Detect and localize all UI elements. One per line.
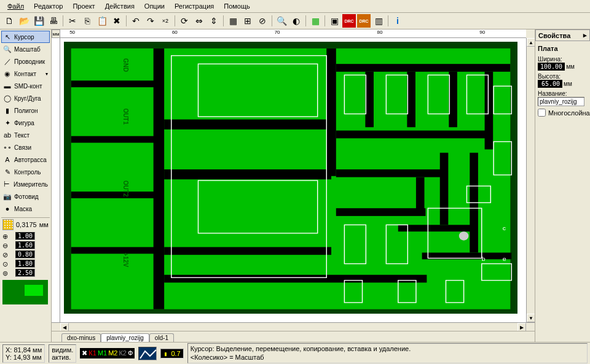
remove-conn-icon[interactable]: ⊘ [256, 14, 269, 28]
menu-help[interactable]: Помощь [219, 1, 255, 11]
svg-rect-6 [164, 247, 331, 255]
tool-контакт[interactable]: ◉Контакт▾ [1, 68, 50, 80]
param-2[interactable]: ⊘0.80 [1, 250, 50, 259]
param-1[interactable]: ⊖1.60 [1, 241, 50, 250]
zoom-icon[interactable]: 🔍 [275, 14, 288, 28]
multilayer-checkbox[interactable] [538, 109, 546, 117]
redo-icon[interactable]: ↷ [144, 14, 157, 28]
param-icon: ⊕ [2, 233, 14, 240]
tool-icon: ◉ [3, 69, 12, 78]
tool-курсор[interactable]: ↖Курсор [1, 31, 50, 43]
tab-dxo-minus[interactable]: dxo-minus [61, 333, 101, 342]
param-icon: ⊘ [2, 251, 14, 258]
width-value[interactable]: 100.00 [538, 63, 565, 71]
svg-rect-11 [407, 72, 415, 127]
svg-point-50 [459, 231, 469, 240]
tool-label: Проводник [14, 58, 45, 65]
svg-rect-4 [164, 120, 331, 130]
info-icon[interactable]: i [391, 14, 404, 28]
copy-icon[interactable]: ⎘ [81, 14, 94, 28]
rotate-icon[interactable]: ⟳ [178, 14, 191, 28]
svg-rect-7 [164, 275, 427, 283]
tool-label: Масштаб [14, 46, 41, 53]
tab-old1[interactable]: old-1 [149, 333, 174, 342]
chip-icon[interactable]: ▣ [328, 14, 341, 28]
height-label: Высота: [538, 73, 588, 80]
scrollbar-horizontal[interactable]: ◀ ▶ [52, 322, 535, 331]
status-swatch[interactable] [138, 347, 157, 360]
tool-проводник[interactable]: ／Проводник [1, 55, 50, 68]
svg-text:+12V: +12V [122, 253, 129, 268]
open-icon[interactable]: 📂 [17, 14, 31, 28]
tool-текст[interactable]: abТекст [1, 129, 50, 141]
tool-icon: ◯ [3, 94, 12, 103]
grid-info[interactable]: 0,3175 мм [1, 217, 50, 231]
menu-project[interactable]: Проект [68, 1, 100, 11]
new-icon[interactable]: 🗋 [2, 14, 16, 28]
menu-actions[interactable]: Действия [100, 1, 140, 11]
cut-icon[interactable]: ✂ [66, 14, 79, 28]
param-icon: ⊚ [2, 269, 14, 277]
pcb-canvas[interactable]: GND OUT1 OUT2 +12V c b e [60, 38, 526, 322]
layer-indicator[interactable]: ✖ К1 М1 М2 К2 Ф [80, 348, 135, 358]
param-4[interactable]: ⊚2.50 [1, 268, 50, 277]
tool-автотрасса[interactable]: AАвтотрасса [1, 153, 50, 166]
name-input[interactable] [538, 97, 584, 106]
svg-rect-15 [336, 169, 444, 177]
menu-options[interactable]: Опции [140, 1, 170, 11]
drc-icon[interactable]: DRC [342, 14, 356, 28]
tool-связи[interactable]: ∘∘Связи [1, 141, 50, 153]
tool-круг/дуга[interactable]: ◯Круг/Дуга [1, 92, 50, 104]
snap-icon[interactable]: ⊞ [241, 14, 254, 28]
mirror-v-icon[interactable]: ⇕ [207, 14, 221, 28]
param-0[interactable]: ⊕1.00 [1, 231, 50, 241]
duplicate-icon[interactable]: ×2 [159, 14, 172, 28]
tool-label: Контакт [14, 71, 36, 77]
menu-registration[interactable]: Регистрация [170, 1, 219, 11]
tool-масштаб[interactable]: 🔍Масштаб [1, 43, 50, 55]
height-value[interactable]: 65.00 [538, 80, 562, 88]
tool-маска[interactable]: ●Маска [1, 203, 50, 215]
param-icon: ⊙ [2, 260, 14, 268]
ruler-horizontal: 50 60 70 80 90 [60, 29, 526, 38]
multilayer-label: Многослойная [548, 109, 590, 117]
tool-icon: 📷 [3, 192, 12, 201]
paste-icon[interactable]: 📋 [95, 14, 109, 28]
param-3[interactable]: ⊙1.80 [1, 259, 50, 268]
drc2-icon[interactable]: DRC [357, 14, 371, 28]
save-icon[interactable]: 💾 [32, 14, 45, 28]
scrollbar-vertical[interactable]: ▲ ▼ [526, 38, 535, 322]
menu-file[interactable]: Файл [2, 1, 29, 11]
tool-фигура[interactable]: ✦Фигура [1, 117, 50, 129]
tile-icon[interactable]: ▦ [309, 14, 322, 28]
tool-icon: ● [3, 204, 12, 213]
tool-измеритель[interactable]: ⊢Измеритель [1, 178, 50, 190]
svg-rect-22 [71, 80, 155, 87]
cursor-coords: X: 81,84 мм Y: 14,93 мм [2, 344, 45, 363]
svg-rect-10 [365, 72, 374, 127]
svg-rect-5 [164, 169, 331, 179]
prop-section: Плата [538, 45, 588, 52]
svg-rect-8 [326, 48, 336, 176]
param-value: 1.60 [15, 241, 35, 249]
delete-icon[interactable]: ✖ [110, 14, 124, 28]
expand-icon[interactable]: ▸ [583, 31, 587, 39]
grid-unit: мм [39, 221, 49, 228]
contrast-icon[interactable]: ◐ [289, 14, 303, 28]
tab-plavniy[interactable]: plavniy_rozijg [101, 333, 149, 342]
ruler-unit: мм [52, 29, 60, 38]
print-icon[interactable]: 🖶 [47, 14, 60, 28]
tool-фотовид[interactable]: 📷Фотовид [1, 190, 50, 203]
name-label: Название: [538, 90, 588, 97]
menu-editor[interactable]: Редактор [29, 1, 68, 11]
align-group-icon[interactable]: ▦ [226, 14, 240, 28]
tool-icon: A [3, 155, 12, 164]
bars-icon[interactable]: ▥ [372, 14, 385, 28]
mirror-h-icon[interactable]: ⇔ [192, 14, 206, 28]
tool-полигон[interactable]: ▮Полигон [1, 104, 50, 117]
layer-color-preview[interactable] [2, 280, 48, 304]
tool-smd-конт[interactable]: ▬SMD-конт [1, 80, 50, 92]
undo-icon[interactable]: ↶ [129, 14, 143, 28]
tool-контроль[interactable]: ✎Контроль [1, 166, 50, 178]
tool-label: Фотовид [14, 193, 39, 200]
